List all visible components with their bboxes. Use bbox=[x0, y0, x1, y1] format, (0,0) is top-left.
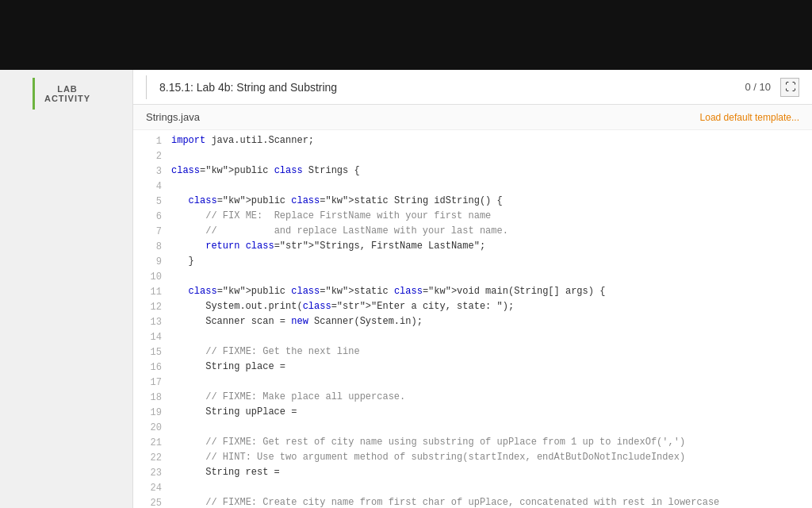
code-editor-area[interactable]: 1import java.util.Scanner;2 3class="kw">… bbox=[133, 130, 812, 508]
line-content: // and replace LastName with your last n… bbox=[171, 224, 806, 238]
line-content: import java.util.Scanner; bbox=[171, 133, 806, 148]
code-line: 12 System.out.print(class="str">"Enter a… bbox=[133, 299, 812, 314]
line-content: System.out.print(class="str">"Enter a ci… bbox=[171, 299, 806, 314]
content-area: LAB ACTIVITY 8.15.1: Lab 4b: String and … bbox=[0, 70, 812, 508]
lab-title: 8.15.1: Lab 4b: String and Substring bbox=[159, 81, 745, 94]
code-line: 23 String rest = bbox=[133, 465, 812, 480]
expand-button[interactable]: ⛶ bbox=[780, 78, 799, 97]
line-content: class="kw">public class="kw">static Stri… bbox=[171, 194, 806, 208]
line-number: 10 bbox=[140, 269, 162, 284]
code-line: 11 class="kw">public class="kw">static c… bbox=[133, 284, 812, 299]
code-line: 6 // FIX ME: Replace FirstName with your… bbox=[133, 209, 812, 224]
line-content bbox=[171, 375, 806, 389]
activity-label: ACTIVITY bbox=[44, 94, 90, 103]
code-line: 14 bbox=[133, 329, 812, 344]
line-content: // FIXME: Get rest of city name using su… bbox=[171, 435, 806, 449]
line-number: 8 bbox=[140, 239, 162, 254]
line-number: 2 bbox=[140, 148, 162, 164]
line-number: 25 bbox=[140, 495, 162, 508]
line-number: 12 bbox=[140, 299, 162, 314]
code-line: 7 // and replace LastName with your last… bbox=[133, 224, 812, 239]
line-number: 17 bbox=[140, 375, 162, 390]
code-line: 24 bbox=[133, 480, 812, 495]
header-bar: 8.15.1: Lab 4b: String and Substring 0 /… bbox=[133, 70, 812, 105]
header-divider bbox=[146, 75, 147, 99]
line-number: 7 bbox=[140, 224, 162, 239]
code-editor: 1import java.util.Scanner;2 3class="kw">… bbox=[133, 130, 812, 508]
line-content bbox=[171, 179, 806, 193]
line-content bbox=[171, 420, 806, 434]
main-content: 8.15.1: Lab 4b: String and Substring 0 /… bbox=[133, 70, 812, 508]
line-content: String place = bbox=[171, 360, 806, 374]
code-line: 15 // FIXME: Get the next line bbox=[133, 344, 812, 360]
line-content: } bbox=[171, 254, 806, 268]
line-content: class="kw">public class="kw">static clas… bbox=[171, 284, 806, 298]
line-content: // FIXME: Create city name from first ch… bbox=[171, 495, 806, 508]
line-number: 6 bbox=[140, 209, 162, 224]
line-content: // FIXME: Get the next line bbox=[171, 344, 806, 359]
code-line: 13 Scanner scan = new Scanner(System.in)… bbox=[133, 314, 812, 329]
line-number: 5 bbox=[140, 194, 162, 209]
code-line: 9 } bbox=[133, 254, 812, 269]
line-number: 9 bbox=[140, 254, 162, 269]
code-line: 8 return class="str">"Strings, FirstName… bbox=[133, 239, 812, 254]
lab-label: LAB bbox=[57, 84, 78, 94]
line-number: 22 bbox=[140, 450, 162, 465]
code-line: 20 bbox=[133, 420, 812, 435]
line-number: 24 bbox=[140, 480, 162, 495]
line-number: 19 bbox=[140, 405, 162, 420]
left-sidebar: LAB ACTIVITY bbox=[0, 70, 133, 508]
line-number: 11 bbox=[140, 284, 162, 299]
code-line: 21 // FIXME: Get rest of city name using… bbox=[133, 435, 812, 450]
line-number: 14 bbox=[140, 329, 162, 344]
line-content: String upPlace = bbox=[171, 405, 806, 419]
line-content: class="kw">public class Strings { bbox=[171, 164, 806, 178]
line-number: 13 bbox=[140, 314, 162, 329]
code-line: 2 bbox=[133, 148, 812, 164]
line-number: 15 bbox=[140, 344, 162, 360]
line-number: 20 bbox=[140, 420, 162, 435]
expand-icon: ⛶ bbox=[785, 81, 795, 93]
code-line: 16 String place = bbox=[133, 360, 812, 375]
code-line: 25 // FIXME: Create city name from first… bbox=[133, 495, 812, 508]
line-number: 4 bbox=[140, 179, 162, 194]
line-content: String rest = bbox=[171, 465, 806, 479]
code-line: 5 class="kw">public class="kw">static St… bbox=[133, 194, 812, 209]
top-bar bbox=[0, 0, 812, 70]
line-content: Scanner scan = new Scanner(System.in); bbox=[171, 314, 806, 329]
line-content: return class="str">"Strings, FirstName L… bbox=[171, 239, 806, 253]
code-line: 17 bbox=[133, 375, 812, 390]
line-content: // FIXME: Make place all uppercase. bbox=[171, 390, 806, 404]
line-number: 18 bbox=[140, 390, 162, 405]
code-line: 10 bbox=[133, 269, 812, 284]
line-number: 21 bbox=[140, 435, 162, 450]
line-content bbox=[171, 329, 806, 344]
line-content bbox=[171, 480, 806, 495]
line-number: 16 bbox=[140, 360, 162, 375]
line-number: 3 bbox=[140, 164, 162, 179]
line-number: 1 bbox=[140, 133, 162, 148]
lab-activity-label: LAB ACTIVITY bbox=[33, 78, 100, 110]
code-line: 4 bbox=[133, 179, 812, 194]
code-line: 19 String upPlace = bbox=[133, 405, 812, 420]
code-line: 3class="kw">public class Strings { bbox=[133, 164, 812, 179]
score-badge: 0 / 10 bbox=[745, 81, 771, 93]
line-content bbox=[171, 269, 806, 283]
line-content: // HINT: Use two argument method of subs… bbox=[171, 450, 806, 464]
line-number: 23 bbox=[140, 465, 162, 480]
file-name: Strings.java bbox=[146, 111, 200, 123]
code-line: 1import java.util.Scanner; bbox=[133, 133, 812, 148]
load-template-button[interactable]: Load default template... bbox=[700, 112, 799, 123]
code-line: 18 // FIXME: Make place all uppercase. bbox=[133, 390, 812, 405]
line-content: // FIX ME: Replace FirstName with your f… bbox=[171, 209, 806, 223]
file-header: Strings.java Load default template... bbox=[133, 105, 812, 130]
code-line: 22 // HINT: Use two argument method of s… bbox=[133, 450, 812, 465]
line-content bbox=[171, 148, 806, 163]
